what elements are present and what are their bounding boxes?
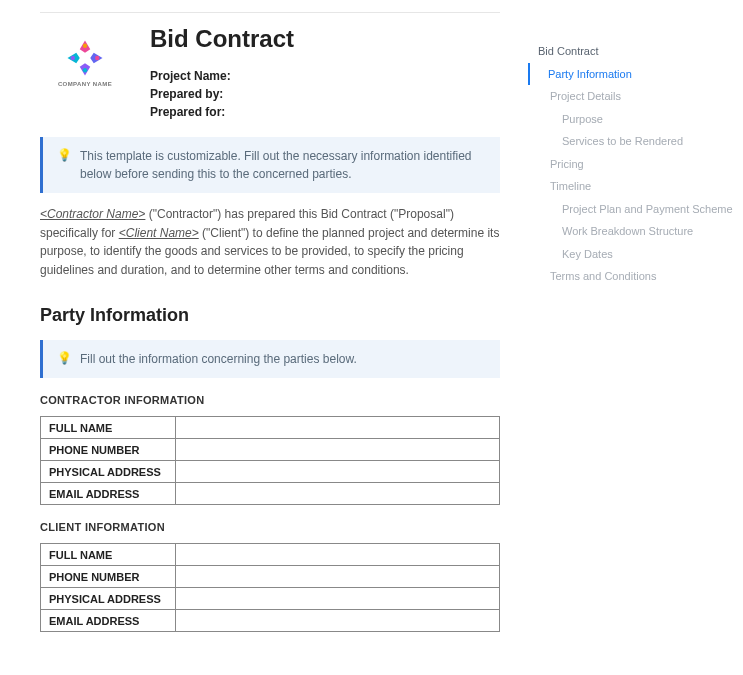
nav-pricing[interactable]: Pricing <box>528 153 735 176</box>
page-root: COMPANY NAME Bid Contract Project Name: … <box>0 0 743 675</box>
nav-services[interactable]: Services to be Rendered <box>528 130 735 153</box>
client-phone-cell[interactable] <box>176 566 500 588</box>
contractor-placeholder[interactable]: <Contractor Name> <box>40 207 145 221</box>
prepared-by-label: Prepared by: <box>150 85 294 103</box>
row-label-email: EMAIL ADDRESS <box>41 483 176 505</box>
lightbulb-icon: 💡 <box>57 147 72 183</box>
nav-work-breakdown[interactable]: Work Breakdown Structure <box>528 220 735 243</box>
row-label-phone: PHONE NUMBER <box>41 566 176 588</box>
document-title: Bid Contract <box>150 25 294 53</box>
row-label-phone: PHONE NUMBER <box>41 439 176 461</box>
document-header: COMPANY NAME Bid Contract Project Name: … <box>40 25 500 121</box>
nav-project-details[interactable]: Project Details <box>528 85 735 108</box>
nav-terms[interactable]: Terms and Conditions <box>528 265 735 288</box>
row-label-email: EMAIL ADDRESS <box>41 610 176 632</box>
table-row: PHONE NUMBER <box>41 566 500 588</box>
callout-template-info: 💡 This template is customizable. Fill ou… <box>40 137 500 193</box>
table-row: PHYSICAL ADDRESS <box>41 588 500 610</box>
row-label-address: PHYSICAL ADDRESS <box>41 461 176 483</box>
nav-project-plan[interactable]: Project Plan and Payment Scheme <box>528 198 735 221</box>
outline-sidebar: Bid Contract Party Information Project D… <box>520 0 743 675</box>
callout-party-text: Fill out the information concerning the … <box>80 350 357 368</box>
table-row: EMAIL ADDRESS <box>41 483 500 505</box>
svg-point-3 <box>71 56 75 60</box>
top-divider <box>40 12 500 13</box>
company-logo-icon <box>64 37 106 79</box>
company-logo-block: COMPANY NAME <box>40 25 130 87</box>
lightbulb-icon: 💡 <box>57 350 72 368</box>
project-name-label: Project Name: <box>150 67 294 85</box>
callout-party-info: 💡 Fill out the information concerning th… <box>40 340 500 378</box>
main-document: COMPANY NAME Bid Contract Project Name: … <box>0 0 520 675</box>
table-row: EMAIL ADDRESS <box>41 610 500 632</box>
party-information-heading: Party Information <box>40 305 500 326</box>
callout-text: This template is customizable. Fill out … <box>80 147 486 183</box>
prepared-for-label: Prepared for: <box>150 103 294 121</box>
nav-party-information[interactable]: Party Information <box>528 63 735 86</box>
contractor-email-cell[interactable] <box>176 483 500 505</box>
header-text-block: Bid Contract Project Name: Prepared by: … <box>150 25 294 121</box>
contractor-phone-cell[interactable] <box>176 439 500 461</box>
row-label-fullname: FULL NAME <box>41 417 176 439</box>
contractor-fullname-cell[interactable] <box>176 417 500 439</box>
client-info-table: FULL NAME PHONE NUMBER PHYSICAL ADDRESS … <box>40 543 500 632</box>
nav-root-bid-contract[interactable]: Bid Contract <box>528 40 735 63</box>
contractor-address-cell[interactable] <box>176 461 500 483</box>
nav-timeline[interactable]: Timeline <box>528 175 735 198</box>
row-label-fullname: FULL NAME <box>41 544 176 566</box>
svg-point-1 <box>95 56 99 60</box>
contractor-info-table: FULL NAME PHONE NUMBER PHYSICAL ADDRESS … <box>40 416 500 505</box>
table-row: PHYSICAL ADDRESS <box>41 461 500 483</box>
table-row: FULL NAME <box>41 417 500 439</box>
client-fullname-cell[interactable] <box>176 544 500 566</box>
row-label-address: PHYSICAL ADDRESS <box>41 588 176 610</box>
svg-point-0 <box>83 44 87 48</box>
client-info-heading: CLIENT INFORMATION <box>40 521 500 533</box>
client-email-cell[interactable] <box>176 610 500 632</box>
nav-key-dates[interactable]: Key Dates <box>528 243 735 266</box>
table-row: FULL NAME <box>41 544 500 566</box>
nav-purpose[interactable]: Purpose <box>528 108 735 131</box>
contractor-info-heading: CONTRACTOR INFORMATION <box>40 394 500 406</box>
company-name-label: COMPANY NAME <box>58 81 112 87</box>
svg-point-2 <box>83 68 87 72</box>
client-placeholder[interactable]: <Client Name> <box>119 226 199 240</box>
table-row: PHONE NUMBER <box>41 439 500 461</box>
client-address-cell[interactable] <box>176 588 500 610</box>
intro-paragraph: <Contractor Name> ("Contractor") has pre… <box>40 205 500 279</box>
